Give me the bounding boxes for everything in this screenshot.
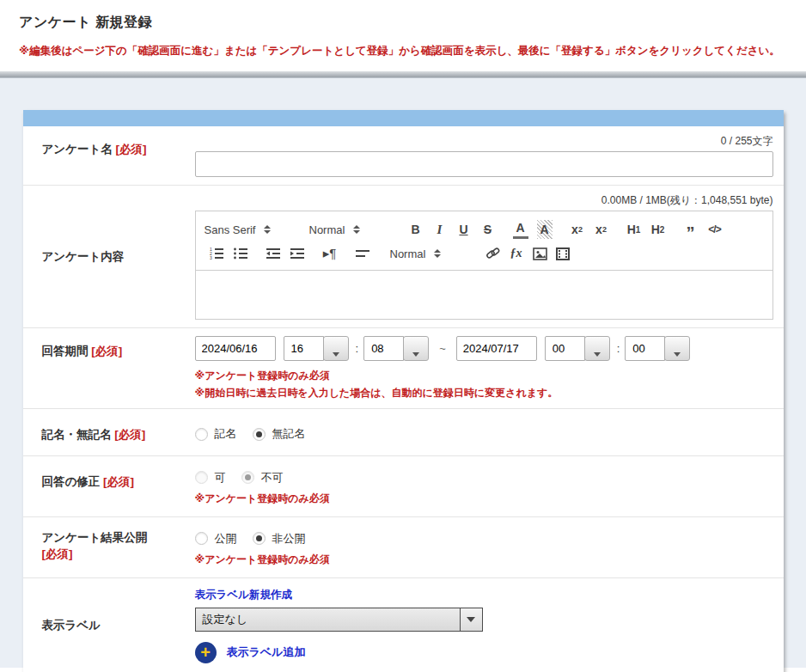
- image-button[interactable]: [533, 247, 547, 260]
- correction-row: 回答の修正 [必須] 可 不可 ※アンケート登録時のみ必須: [23, 456, 784, 517]
- text-color-button[interactable]: A: [513, 220, 528, 239]
- start-hour-input[interactable]: [284, 336, 324, 361]
- end-minute-dropdown-button[interactable]: [664, 336, 690, 361]
- radio-option-allowed[interactable]: 可: [195, 470, 226, 486]
- radio-option-named[interactable]: 記名: [195, 426, 237, 442]
- page-header: アンケート 新規登録 ※編集後はページ下の「確認画面に進む」または「テンプレート…: [0, 0, 806, 71]
- chevron-down-icon: [333, 352, 339, 357]
- bold-button[interactable]: B: [408, 220, 424, 239]
- start-date-input[interactable]: [195, 336, 276, 361]
- start-minute-combo: [363, 336, 429, 361]
- blockquote-button[interactable]: ”: [683, 220, 699, 239]
- chevron-down-icon: [594, 352, 601, 357]
- display-label-label: 表示ラベル: [23, 588, 195, 663]
- end-hour-combo: [545, 336, 610, 361]
- radio-icon[interactable]: [195, 428, 208, 441]
- radio-icon[interactable]: [253, 532, 266, 545]
- header-picker[interactable]: Normal: [309, 223, 395, 236]
- anonymity-label: 記名・無記名 [必須]: [23, 419, 195, 443]
- correction-label: 回答の修正 [必須]: [23, 467, 195, 506]
- chevron-down-icon: [674, 352, 681, 357]
- survey-content-row: アンケート内容 0.00MB / 1MB(残り：1,048,551 byte) …: [23, 186, 784, 328]
- name-char-counter: 0 / 255文字: [195, 134, 773, 149]
- chevron-down-icon: [467, 617, 475, 622]
- required-badge: [必須]: [91, 345, 122, 357]
- select-dropdown-button[interactable]: [460, 608, 482, 631]
- required-badge: [必須]: [114, 428, 145, 441]
- anonymity-row: 記名・無記名 [必須] 記名 無記名: [23, 409, 784, 456]
- results-label: アンケート結果公開 [必須]: [23, 528, 195, 567]
- radio-icon[interactable]: [195, 532, 208, 545]
- chevron-down-icon: [412, 352, 419, 357]
- end-hour-dropdown-button[interactable]: [584, 336, 610, 361]
- radio-option-public[interactable]: 公開: [195, 531, 237, 547]
- heading2-button[interactable]: H2: [650, 220, 666, 239]
- create-display-label-link[interactable]: 表示ラベル新規作成: [195, 588, 773, 602]
- radio-icon[interactable]: [195, 471, 208, 484]
- radio-icon[interactable]: [253, 428, 266, 441]
- underline-button[interactable]: U: [456, 220, 472, 239]
- start-hour-dropdown-button[interactable]: [323, 336, 349, 361]
- superscript-button[interactable]: x2: [594, 220, 609, 239]
- header-divider: [0, 71, 806, 78]
- code-block-button[interactable]: </>: [707, 220, 723, 239]
- survey-content-label: アンケート内容: [23, 193, 195, 320]
- card-accent-bar: [23, 110, 784, 126]
- content-size-counter: 0.00MB / 1MB(残り：1,048,551 byte): [195, 193, 773, 208]
- plus-icon: +: [195, 642, 217, 663]
- highlight-color-button[interactable]: A: [537, 220, 553, 239]
- start-minute-input[interactable]: [363, 336, 404, 361]
- formula-button[interactable]: ƒx: [509, 244, 524, 263]
- required-badge: [必須]: [103, 475, 134, 488]
- size-picker[interactable]: Normal: [390, 247, 473, 260]
- link-button[interactable]: [485, 247, 500, 260]
- bullet-list-button[interactable]: [233, 247, 248, 260]
- end-date-input[interactable]: [456, 336, 537, 361]
- radio-option-private[interactable]: 非公開: [253, 531, 306, 547]
- results-note: ※アンケート登録時のみ必須: [195, 552, 773, 567]
- correction-note: ※アンケート登録時のみ必須: [195, 491, 773, 506]
- radio-option-anonymous[interactable]: 無記名: [253, 426, 306, 442]
- svg-text:3: 3: [210, 255, 212, 260]
- radio-option-not-allowed[interactable]: 不可: [241, 470, 284, 486]
- survey-name-input[interactable]: [195, 151, 773, 177]
- richtext-editor-area[interactable]: [195, 271, 773, 320]
- subscript-button[interactable]: x2: [570, 220, 585, 239]
- video-button[interactable]: [556, 247, 570, 260]
- time-colon: :: [617, 342, 620, 355]
- outdent-button[interactable]: [266, 247, 281, 260]
- page-title: アンケート 新規登録: [19, 14, 789, 32]
- start-minute-dropdown-button[interactable]: [403, 336, 429, 361]
- display-label-row: 表示ラベル 表示ラベル新規作成 設定なし + 表示ラベル追加: [23, 578, 784, 672]
- period-note-1: ※アンケート登録時のみ必須: [195, 368, 773, 383]
- time-colon: :: [356, 342, 359, 355]
- period-row: 回答期間 [必須] : ~: [23, 328, 784, 409]
- range-separator: ~: [439, 342, 446, 355]
- end-minute-combo: [625, 336, 690, 361]
- add-display-label-button[interactable]: + 表示ラベル追加: [195, 642, 773, 663]
- end-minute-input[interactable]: [625, 336, 665, 361]
- indent-button[interactable]: [290, 247, 305, 260]
- display-label-select-value: 設定なし: [196, 612, 460, 627]
- strikethrough-button[interactable]: S: [480, 220, 496, 239]
- required-badge: [必須]: [116, 143, 147, 156]
- heading1-button[interactable]: H1: [626, 220, 642, 239]
- italic-button[interactable]: I: [432, 220, 448, 239]
- text-direction-button[interactable]: ▸¶: [322, 244, 338, 263]
- period-label: 回答期間 [必須]: [23, 336, 195, 400]
- updown-arrows-icon: [264, 225, 271, 234]
- period-note-2: ※開始日時に過去日時を入力した場合は、自動的に登録日時に変更されます。: [195, 385, 773, 400]
- survey-name-label: アンケート名 [必須]: [23, 134, 195, 177]
- display-label-select[interactable]: 設定なし: [195, 608, 483, 632]
- survey-name-row: アンケート名 [必須] 0 / 255文字: [23, 126, 784, 186]
- required-badge: [必須]: [42, 547, 73, 560]
- end-hour-input[interactable]: [545, 336, 585, 361]
- updown-arrows-icon: [434, 249, 441, 258]
- font-picker[interactable]: Sans Serif: [205, 223, 297, 236]
- survey-form-card: アンケート名 [必須] 0 / 255文字 アンケート内容 0.00MB / 1…: [23, 110, 784, 672]
- radio-icon[interactable]: [241, 471, 254, 484]
- align-button[interactable]: [355, 247, 370, 260]
- page-background: アンケート名 [必須] 0 / 255文字 アンケート内容 0.00MB / 1…: [0, 78, 806, 668]
- ordered-list-button[interactable]: 1 2 3: [209, 247, 224, 260]
- edit-warning-text: ※編集後はページ下の「確認画面に進む」または「テンプレートとして登録」から確認画…: [19, 44, 789, 58]
